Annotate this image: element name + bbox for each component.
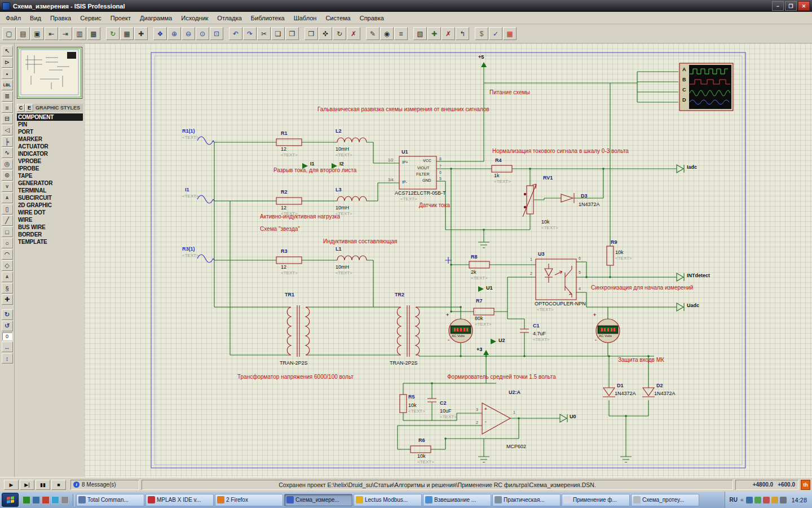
print-button[interactable]: ▥ [73, 27, 86, 40]
toolbar-button[interactable] [101, 27, 105, 40]
generator-tool[interactable]: ⊚ [2, 170, 13, 181]
tray-network-icon[interactable] [746, 497, 753, 503]
circle-tool[interactable]: ○ [2, 238, 13, 248]
symbol-tool[interactable]: § [2, 283, 13, 294]
save-design-button[interactable]: ▣ [30, 27, 44, 40]
menu-item[interactable]: Файл [1, 13, 25, 23]
graph-tool[interactable]: ∿ [2, 147, 13, 158]
subcircuit-tool[interactable]: ⊟ [2, 113, 13, 124]
mirror-horizontal-button[interactable]: ↔ [2, 341, 13, 352]
object-list-item[interactable]: COMPONENT [17, 113, 83, 121]
menu-item[interactable]: Проект [106, 13, 135, 23]
goto-sheet-button[interactable]: ↰ [456, 27, 469, 40]
object-list-item[interactable]: WIRE DOT [17, 209, 83, 216]
new-sheet-button[interactable]: ✚ [427, 27, 441, 40]
object-list-item[interactable]: PORT [17, 128, 83, 135]
message-log[interactable]: i 8 Message(s) [70, 480, 139, 490]
menu-item[interactable]: Диаграмма [135, 13, 176, 23]
quicklaunch-icon-2[interactable] [32, 496, 40, 504]
arc-tool[interactable]: ◠ [2, 249, 13, 260]
object-list-item[interactable]: VPROBE [17, 157, 83, 165]
menu-item[interactable]: Система [321, 13, 355, 23]
mark-output-area-button[interactable]: ▩ [87, 27, 100, 40]
object-list-item[interactable]: PIN [17, 121, 83, 128]
origin-button[interactable]: ✚ [134, 27, 148, 40]
path-tool[interactable]: ◇ [2, 260, 13, 271]
wire-label-tool[interactable]: LBL [2, 80, 13, 90]
text-script-tool[interactable]: ≣ [2, 91, 13, 102]
taskbar-task[interactable]: Схема_протеу... [631, 494, 699, 506]
rotation-angle-input[interactable]: 0 [2, 332, 12, 340]
object-list-item[interactable]: BORDER [17, 231, 83, 238]
tray-volume-icon[interactable] [780, 497, 787, 503]
taskbar-task[interactable]: Lectus Modbus... [354, 494, 422, 506]
quicklaunch-icon-3[interactable] [42, 496, 50, 504]
stop-button[interactable]: ■ [51, 480, 66, 490]
tray-chevron[interactable]: « [740, 497, 744, 503]
block-move-button[interactable]: ✜ [319, 27, 332, 40]
taskbar-task[interactable]: 2 Firefox [215, 494, 283, 506]
zoom-all-button[interactable]: ⊙ [196, 27, 209, 40]
redo-button[interactable]: ↷ [243, 27, 257, 40]
menu-item[interactable]: Исходник [176, 13, 213, 23]
menu-item[interactable]: Вид [25, 13, 46, 23]
toolbar-button[interactable] [299, 27, 304, 40]
menu-item[interactable]: Библиотека [246, 13, 289, 23]
component-mode-button[interactable]: C [17, 104, 25, 112]
search-button[interactable]: ◉ [380, 27, 394, 40]
device-pin-tool[interactable]: ╞ [2, 136, 13, 147]
text-tool[interactable]: A [2, 271, 13, 282]
menu-item[interactable]: Правка [46, 13, 76, 23]
toolbar-button[interactable] [408, 27, 413, 40]
taskbar-task[interactable]: Применение ф... [562, 494, 630, 506]
bus-tool[interactable]: ≡ [2, 102, 13, 113]
object-list-item[interactable]: SUBCIRCUIT [17, 194, 83, 202]
quicklaunch-icon-4[interactable] [51, 496, 59, 504]
box-tool[interactable]: □ [2, 226, 13, 237]
edit-properties-button[interactable]: ✎ [366, 27, 379, 40]
menu-item[interactable]: Справка [355, 13, 389, 23]
terminal-tool[interactable]: ◁ [2, 125, 13, 135]
language-indicator[interactable]: RU [729, 497, 737, 503]
menu-item[interactable]: Шаблон [289, 13, 321, 23]
object-list-item[interactable]: TAPE [17, 172, 83, 179]
block-delete-button[interactable]: ✗ [347, 27, 360, 40]
object-list-item[interactable]: 2D GRAPHIC [17, 202, 83, 209]
tray-alert-icon[interactable] [763, 497, 770, 503]
edit-mode-button[interactable]: E [25, 104, 33, 112]
voltage-probe-tool[interactable]: V [2, 181, 13, 192]
taskbar-task[interactable]: Схема_измере... [284, 494, 352, 506]
zoom-out-button[interactable]: ⊖ [182, 27, 195, 40]
component-tool[interactable]: ⊳ [2, 57, 13, 68]
open-design-button[interactable]: ▤ [16, 27, 30, 40]
netlist-to-ares-button[interactable]: ▦ [503, 27, 517, 40]
taskbar-task[interactable]: MPLAB X IDE v... [145, 494, 214, 506]
restore-button[interactable]: ❐ [785, 1, 797, 11]
taskbar-task[interactable]: Total Comman... [76, 494, 144, 506]
zoom-in-button[interactable]: ⊕ [167, 27, 181, 40]
taskbar-task[interactable]: Практическая... [492, 494, 561, 506]
play-button[interactable]: ▶ [4, 480, 19, 490]
start-button[interactable] [2, 493, 19, 507]
block-copy-button[interactable]: ❒ [304, 27, 318, 40]
object-list-item[interactable]: WIRE [17, 216, 83, 224]
close-button[interactable]: ✕ [798, 1, 810, 11]
quicklaunch-icon-1[interactable] [23, 496, 30, 504]
taskbar-task[interactable]: Взвешивание ... [423, 494, 491, 506]
line-tool[interactable]: ╱ [2, 215, 13, 226]
object-list-item[interactable]: MARKER [17, 135, 83, 143]
object-list-item[interactable]: ACTUATOR [17, 143, 83, 150]
rotate-cw-button[interactable]: ↻ [2, 309, 13, 320]
undo-button[interactable]: ↶ [229, 27, 242, 40]
toolbar-button[interactable] [470, 27, 474, 40]
copy-button[interactable]: ❏ [271, 27, 285, 40]
tape-recorder-tool[interactable]: ◎ [2, 159, 13, 169]
electrical-rule-check-button[interactable]: ✓ [489, 27, 502, 40]
object-list-item[interactable]: TEMPLATE [17, 238, 83, 246]
block-rotate-button[interactable]: ↻ [333, 27, 346, 40]
marker-tool[interactable]: ✚ [2, 294, 13, 305]
property-assignment-button[interactable]: ≡ [394, 27, 408, 40]
redraw-button[interactable]: ↻ [106, 27, 120, 40]
junction-dot-tool[interactable]: • [2, 68, 13, 79]
zoom-area-button[interactable]: ⊡ [210, 27, 223, 40]
